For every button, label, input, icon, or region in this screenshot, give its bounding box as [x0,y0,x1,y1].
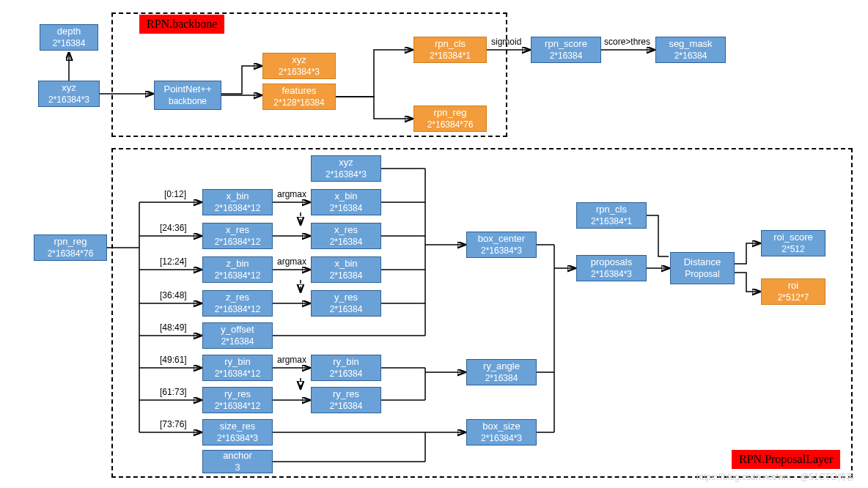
node-z-bin: z_bin 2*16384*12 [202,256,273,283]
node-rpn-cls: rpn_cls 2*16384*1 [413,37,487,63]
edge-label-scorethres: score>thres [604,37,650,47]
node-xyz-feat: xyz 2*16384*3 [262,53,336,79]
node-title: depth [57,26,81,37]
node-depth: depth 2*16384 [40,24,98,51]
node-roi-score: roi_score 2*512 [761,230,825,256]
node-rpn-reg-in: rpn_reg 2*16384*76 [34,234,107,261]
node-ry-bin-2: ry_bin 2*16384 [311,355,381,381]
node-x-bin-3: x_bin 2*16384 [311,256,381,283]
node-xyz-input: xyz 2*16384*3 [38,81,100,107]
edge-label-argmax-3: argmax [277,355,306,365]
node-features: features 2*128*16384 [262,84,336,110]
slice-4: [48:49] [160,322,187,333]
node-box-center: box_center 2*16384*3 [466,232,537,258]
node-shape: 2*16384 [53,38,86,49]
node-ry-bin: ry_bin 2*16384*12 [202,355,273,381]
node-seg-mask: seg_mask 2*16384 [655,37,726,63]
slice-3: [36:48] [160,290,187,300]
watermark: https://blog.csdn.net/wn… @51CTO博客 [696,471,855,484]
slice-5: [49:61] [160,355,187,365]
node-size-res: size_res 2*16384*3 [202,419,273,446]
node-distance-proposal: Distance Proposal [670,252,735,284]
node-ry-res-2: ry_res 2*16384 [311,387,381,413]
node-pointnet: PointNet++ backbone [154,81,221,110]
node-x-bin-2: x_bin 2*16384 [311,189,381,215]
node-z-res: z_res 2*16384*12 [202,290,273,317]
node-ry-angle: ry_angle 2*16384 [466,359,537,385]
node-rpn-reg: rpn_reg 2*16384*76 [413,106,487,132]
node-x-res: x_res 2*16384*12 [202,223,273,249]
node-y-offset: y_offset 2*16384 [202,322,273,349]
slice-0: [0:12] [164,189,186,199]
label-backbone: RPN.backbone [139,15,224,34]
node-ry-res: ry_res 2*16384*12 [202,387,273,413]
slice-2: [12:24] [160,256,187,267]
node-x-res-2: x_res 2*16384 [311,223,381,249]
slice-1: [24:36] [160,223,187,233]
edge-label-argmax-1: argmax [277,189,306,199]
node-anchor: anchor 3 [202,450,273,473]
node-x-bin: x_bin 2*16384*12 [202,189,273,215]
slice-6: [61:73] [160,387,187,397]
node-rpn-cls-2: rpn_cls 2*16384*1 [576,202,647,229]
node-proposals: proposals 2*16384*3 [576,255,647,281]
node-xyz2: xyz 2*16384*3 [311,155,381,182]
edge-label-sigmoid: sigmoid [491,37,521,47]
node-roi: roi 2*512*7 [761,278,825,305]
edge-label-argmax-2: argmax [277,256,306,267]
node-rpn-score: rpn_score 2*16384 [531,37,601,63]
label-proposal-layer: RPN.ProposalLayer [732,450,840,469]
slice-7: [73:76] [160,419,187,429]
node-box-size: box_size 2*16384*3 [466,419,537,446]
node-y-res: y_res 2*16384 [311,290,381,317]
